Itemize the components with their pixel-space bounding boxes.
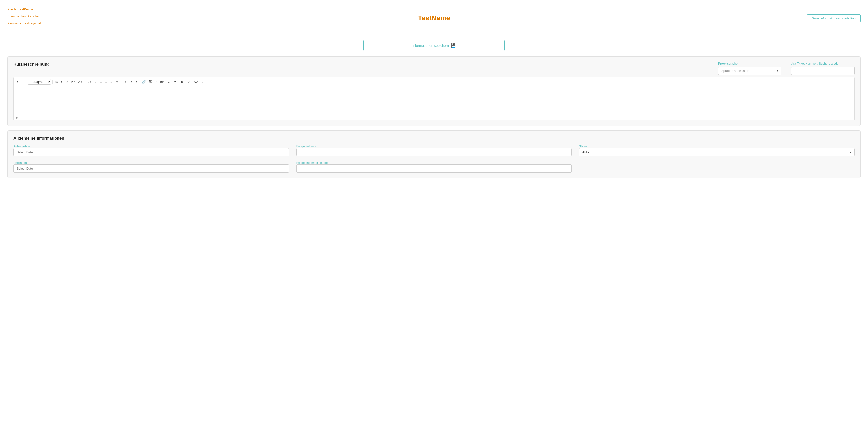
save-label: Informationen speichern bbox=[412, 43, 449, 48]
undo-button[interactable]: ↩ bbox=[16, 79, 21, 84]
budget-euro-label: Budget in Euro bbox=[296, 145, 572, 148]
anfangsdatum-label: Anfangsdatum bbox=[13, 145, 289, 148]
enddatum-group: Enddatum bbox=[13, 161, 289, 172]
anfangsdatum-group: Anfangsdatum bbox=[13, 145, 289, 156]
project-language-select[interactable]: Sprache auswählen ▾ bbox=[718, 67, 781, 75]
status-select[interactable]: Aktiv ▾ bbox=[579, 148, 855, 156]
allgemeine-info-card: Allgemeine Informationen Anfangsdatum Bu… bbox=[7, 130, 861, 178]
budget-persontage-input[interactable] bbox=[296, 164, 572, 172]
enddatum-input[interactable] bbox=[13, 164, 289, 172]
code-button[interactable]: </> bbox=[192, 79, 199, 84]
align-justify-button[interactable]: ≡ bbox=[109, 79, 114, 84]
align-right-button[interactable]: ≡ bbox=[104, 79, 108, 84]
outdent-button[interactable]: ⇤ bbox=[134, 79, 140, 84]
editor-content-area[interactable] bbox=[13, 86, 855, 115]
align-left-button[interactable]: ≡ bbox=[93, 79, 98, 84]
indent-button[interactable]: ⇥ bbox=[128, 79, 133, 84]
status-chevron-icon: ▾ bbox=[850, 151, 851, 154]
allgemeine-info-title: Allgemeine Informationen bbox=[13, 136, 855, 141]
fullscreen-button[interactable]: ▶ bbox=[180, 79, 185, 84]
chevron-down-icon: ▾ bbox=[777, 69, 778, 72]
toolbar-separator bbox=[52, 80, 53, 84]
page-title: TestName bbox=[292, 14, 576, 22]
ticket-label: Jira-Ticket Nummer / Buchungscode bbox=[791, 62, 855, 65]
text-color-button[interactable]: A ▾ bbox=[77, 79, 83, 84]
line-height-button[interactable]: ≡ ▾ bbox=[87, 79, 93, 84]
project-language-placeholder: Sprache auswählen bbox=[721, 69, 749, 73]
paragraph-select[interactable]: Paragraph bbox=[28, 79, 51, 85]
image-button[interactable]: 🖼 bbox=[148, 79, 154, 84]
status-value: Aktiv bbox=[582, 150, 589, 154]
header-divider bbox=[7, 35, 861, 35]
bullet-list-button[interactable]: • ▾ bbox=[115, 79, 120, 84]
text-highlight-button[interactable]: A ▾ bbox=[70, 79, 76, 84]
budget-persontage-group: Budget in Personentage bbox=[296, 161, 572, 172]
keywords-label: Keywords: TestKeyword bbox=[7, 22, 292, 25]
save-icon: 💾 bbox=[451, 43, 456, 48]
kurzbeschreibung-card: Kurzbeschreibung Projektsprache Sprache … bbox=[7, 56, 861, 126]
bold-button[interactable]: B bbox=[54, 79, 59, 84]
underline-button[interactable]: U bbox=[64, 79, 69, 84]
edit-grundinfo-button[interactable]: Grundinformationen bearbeiten bbox=[807, 14, 861, 23]
status-group: Status Aktiv ▾ bbox=[579, 145, 855, 156]
budget-euro-group: Budget in Euro bbox=[296, 145, 572, 156]
branche-label: Branche: TestBranche bbox=[7, 14, 292, 18]
empty-col bbox=[579, 161, 855, 172]
project-language-label: Projektsprache bbox=[718, 62, 781, 65]
ordered-list-button[interactable]: 1. ▾ bbox=[121, 79, 127, 84]
print-button[interactable]: 🖨 bbox=[167, 79, 172, 84]
help-button[interactable]: ? bbox=[200, 79, 205, 84]
emoji-button[interactable]: ☺ bbox=[186, 79, 191, 84]
redo-button[interactable]: ↪ bbox=[22, 79, 27, 84]
budget-euro-input[interactable] bbox=[296, 148, 572, 156]
budget-persontage-label: Budget in Personentage bbox=[296, 161, 572, 164]
editor-toolbar: ↩ ↪ Paragraph B I U A ▾ A ▾ ≡ ▾ ≡ ≡ ≡ ≡ … bbox=[13, 77, 855, 86]
anfangsdatum-input[interactable] bbox=[13, 148, 289, 156]
status-label: Status bbox=[579, 145, 855, 148]
table-button[interactable]: ⊞ ▾ bbox=[159, 79, 166, 84]
align-center-button[interactable]: ≡ bbox=[99, 79, 103, 84]
save-informationen-button[interactable]: Informationen speichern 💾 bbox=[363, 40, 505, 51]
enddatum-label: Enddatum bbox=[13, 161, 289, 164]
ticket-number-input[interactable] bbox=[791, 67, 855, 75]
kurzbeschreibung-title: Kurzbeschreibung bbox=[13, 62, 50, 67]
italic2-button[interactable]: I bbox=[155, 79, 158, 84]
link-button[interactable]: 🔗 bbox=[141, 79, 147, 84]
kunde-label: Kunde: TestKunde bbox=[7, 7, 292, 11]
preview-button[interactable]: 👁 bbox=[173, 79, 179, 84]
italic-button[interactable]: I bbox=[60, 79, 63, 84]
editor-footer: p bbox=[13, 115, 855, 120]
